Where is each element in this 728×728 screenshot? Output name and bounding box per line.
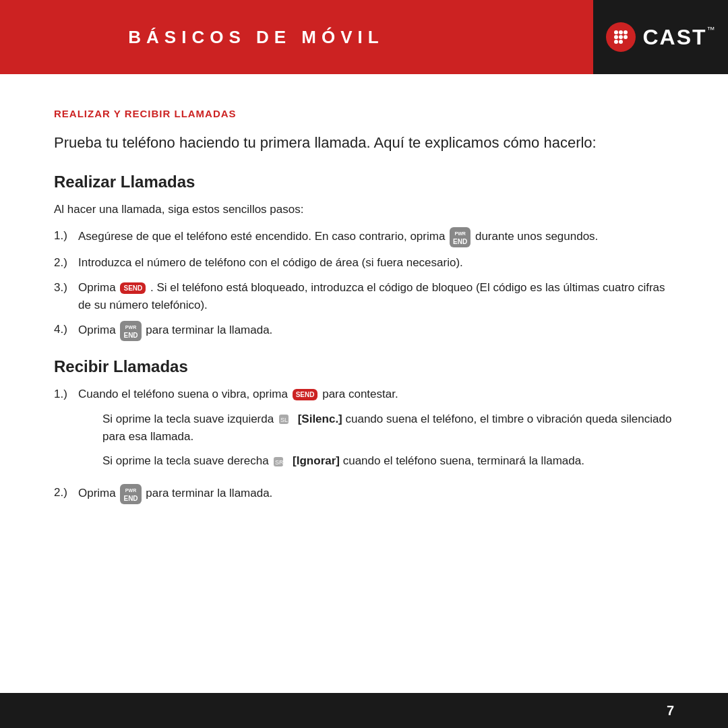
- realizar-subtext: Al hacer una llamada, siga estos sencill…: [54, 201, 674, 218]
- svg-point-5: [624, 35, 628, 39]
- svg-point-3: [614, 35, 618, 39]
- svg-point-2: [624, 30, 628, 34]
- list-item: 2.) Introduzca el número de teléfono con…: [54, 254, 674, 272]
- pwr-end-btn-1: PWREND: [450, 227, 471, 247]
- section-label: REALIZAR Y RECIBIR LLAMADAS: [54, 108, 674, 119]
- svg-text:SL: SL: [280, 417, 288, 423]
- softkey-left-icon: SL: [278, 412, 293, 427]
- send-btn-1: SEND: [120, 282, 146, 294]
- svg-point-0: [614, 30, 618, 34]
- svg-point-7: [619, 40, 623, 44]
- cast-icon-circle: [606, 22, 636, 52]
- page-header: BÁSICOS DE MÓVIL: [0, 0, 728, 74]
- svg-point-6: [614, 40, 618, 44]
- pwr-end-btn-2: PWREND: [120, 321, 141, 341]
- list-item: 1.) Cuando el teléfono suena o vibra, op…: [54, 386, 674, 477]
- list-item: 3.) Oprima SEND . Si el teléfono está bl…: [54, 279, 674, 315]
- pwr-end-btn-3: PWREND: [120, 484, 141, 504]
- list-item: 4.) Oprima PWREND para terminar la llama…: [54, 321, 674, 341]
- page-footer: 7: [0, 693, 728, 728]
- header-title: BÁSICOS DE MÓVIL: [128, 27, 384, 48]
- main-content: REALIZAR Y RECIBIR LLAMADAS Prueba tu te…: [0, 74, 728, 693]
- svg-text:SR: SR: [275, 459, 284, 466]
- softkey-right-icon: SR: [273, 454, 288, 469]
- recibir-note-1: Si oprime la tecla suave izquierda SL [S…: [102, 411, 674, 446]
- page-number: 7: [667, 703, 674, 719]
- list-item: 1.) Asegúrese de que el teléfono esté en…: [54, 227, 674, 247]
- svg-point-1: [619, 30, 623, 34]
- recibir-note-2: Si oprime la tecla suave derecha SR [Ign…: [102, 452, 674, 470]
- cast-brand-text: CAST: [642, 25, 706, 50]
- cast-logo: CAST™: [593, 0, 728, 74]
- realizar-steps-list: 1.) Asegúrese de que el teléfono esté en…: [54, 227, 674, 341]
- cast-trademark: ™: [707, 25, 715, 34]
- realizar-heading: Realizar Llamadas: [54, 173, 674, 191]
- recibir-heading: Recibir Llamadas: [54, 357, 674, 376]
- list-item: 2.) Oprima PWREND para terminar la llama…: [54, 484, 674, 504]
- intro-text: Prueba tu teléfono haciendo tu primera l…: [54, 133, 674, 154]
- send-btn-2: SEND: [293, 389, 318, 400]
- recibir-steps-list: 1.) Cuando el teléfono suena o vibra, op…: [54, 386, 674, 504]
- svg-point-4: [619, 35, 623, 39]
